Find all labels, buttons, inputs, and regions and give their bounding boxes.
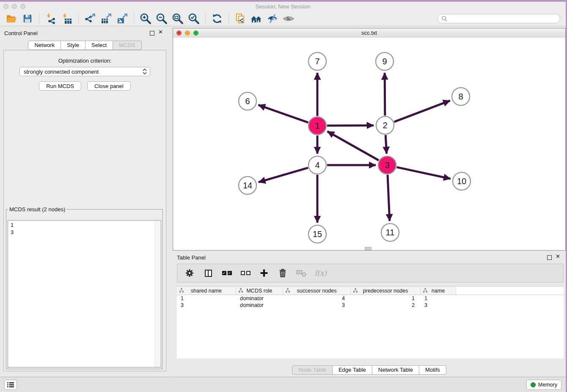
export-network-icon [85, 13, 96, 24]
close-panel-button[interactable]: Close panel [87, 81, 131, 91]
mcds-panel: Optimization criterion: strongly connect… [3, 50, 166, 371]
graph-edge-3-10[interactable] [396, 167, 450, 179]
export-image-button[interactable] [116, 12, 129, 25]
open-session-button[interactable] [5, 12, 18, 25]
zoom-out-button[interactable] [155, 12, 168, 25]
graph-edge-1-2[interactable] [327, 125, 374, 126]
graph-node-label-2: 2 [383, 121, 387, 130]
application-window: Session: New Session Control Panel ✕ [0, 0, 567, 392]
import-table-icon [61, 13, 72, 24]
mcds-result-area[interactable]: 13 [8, 220, 161, 367]
result-line: 1 [8, 221, 161, 229]
export-network-button[interactable] [83, 12, 97, 25]
graph-edge-4-14[interactable] [259, 168, 308, 182]
refresh-view-button[interactable] [210, 12, 224, 25]
network-canvas[interactable]: 7968124314101511 [173, 38, 565, 250]
import-network-button[interactable] [44, 12, 58, 25]
graph-node-label-15: 15 [313, 229, 322, 239]
hide-selected-button[interactable] [266, 12, 279, 25]
column-header-shared-name[interactable]: shared name [177, 287, 236, 295]
criterion-select[interactable]: strongly connected component [19, 67, 150, 76]
table-float-icon[interactable] [547, 255, 552, 260]
table-tab-network-table[interactable]: Network Table [372, 365, 419, 375]
table-panel: Table Panel ✕ ✓✓ f(x) shared nameMCDS ro… [173, 252, 566, 377]
table-panel-title: Table Panel [177, 254, 206, 261]
column-header-predecessor-nodes[interactable]: predecessor nodes [351, 287, 421, 295]
select-stepper-icon [142, 68, 148, 75]
graph-edge-2-3[interactable] [385, 135, 386, 154]
tab-select[interactable]: Select [85, 41, 113, 50]
table-tab-motifs[interactable]: Motifs [419, 365, 446, 375]
zoom-in-button[interactable] [139, 12, 152, 25]
column-settings-button[interactable] [183, 266, 196, 280]
graph-edge-3-11[interactable] [388, 175, 390, 221]
graph-node-label-7: 7 [315, 57, 319, 66]
column-label: MCDS role [246, 288, 272, 294]
apply-function-button[interactable]: f(x) [314, 269, 327, 277]
home-button[interactable] [250, 12, 263, 25]
status-bar: Memory [0, 377, 566, 392]
export-table-button[interactable] [99, 12, 113, 25]
graph-edge-1-6[interactable] [258, 105, 308, 122]
graph-node-label-9: 9 [382, 57, 387, 66]
zoom-fit-button[interactable] [171, 12, 184, 25]
table-cell: dominator [236, 295, 283, 302]
table-tab-node-table[interactable]: Node Table [292, 365, 333, 375]
close-panel-icon[interactable]: ✕ [158, 29, 163, 35]
graph-node-label-1: 1 [315, 121, 319, 130]
table-close-icon[interactable]: ✕ [556, 253, 560, 259]
show-hidden-button[interactable] [282, 12, 295, 25]
save-floppy-icon [22, 14, 33, 24]
graph-node-label-14: 14 [243, 181, 252, 190]
column-header-MCDS-role[interactable]: MCDS role [236, 287, 283, 295]
table-tab-edge-table[interactable]: Edge Table [333, 365, 372, 375]
delete-table-button[interactable] [295, 266, 308, 280]
clone-network-button[interactable] [234, 12, 247, 25]
zoom-out-icon [156, 13, 168, 25]
add-row-button[interactable] [257, 266, 271, 280]
trash-icon [278, 268, 288, 278]
network-scrollbar-thumb[interactable] [365, 247, 372, 250]
search-input[interactable] [449, 15, 556, 22]
control-panel-tabs: NetworkStyleSelectMCDS [0, 41, 170, 50]
select-all-icon: ✓✓ [222, 271, 232, 275]
delete-row-button[interactable] [276, 266, 289, 280]
select-all-rows-button[interactable]: ✓✓ [220, 266, 234, 280]
graph-node-label-8: 8 [458, 92, 463, 101]
result-line: 3 [8, 229, 161, 236]
run-mcds-button[interactable]: Run MCDS [39, 81, 81, 91]
task-history-button[interactable] [4, 380, 17, 390]
result-scrollbar[interactable] [155, 221, 161, 367]
graph-edge-2-9[interactable] [385, 73, 385, 116]
save-session-button[interactable] [21, 12, 34, 25]
graph-edge-3-1[interactable] [328, 131, 379, 160]
memory-button[interactable]: Memory [526, 380, 561, 390]
table-cell: 1 [421, 295, 456, 302]
control-panel-title: Control Panel [4, 30, 38, 36]
network-window-titlebar[interactable]: ✕ − + scc.txt [173, 28, 565, 38]
column-header-name[interactable]: name [421, 287, 456, 295]
table-cell: 3 [283, 302, 351, 309]
clone-network-icon [235, 13, 246, 24]
tab-style[interactable]: Style [61, 41, 85, 50]
tab-mcds[interactable]: MCDS [113, 41, 141, 50]
zoom-selected-button[interactable] [187, 12, 201, 25]
table-header-row: shared nameMCDS rolesuccessor nodesprede… [177, 287, 564, 295]
import-table-button[interactable] [60, 12, 74, 25]
search-box[interactable] [438, 14, 560, 23]
graph-edge-2-8[interactable] [394, 101, 450, 122]
tab-network[interactable]: Network [28, 41, 61, 50]
column-label: shared name [191, 288, 222, 294]
column-header-successor-nodes[interactable]: successor nodes [283, 287, 351, 295]
table-cell: 2 [351, 302, 421, 309]
deselect-all-rows-button[interactable] [239, 266, 252, 280]
column-label: successor nodes [297, 288, 337, 294]
main-toolbar [0, 11, 566, 26]
float-panel-icon[interactable] [150, 31, 154, 36]
table-row[interactable]: 3dominator323 [177, 302, 564, 309]
toggle-panes-button[interactable] [201, 266, 215, 280]
table-row[interactable]: 1dominator411 [177, 295, 564, 302]
table-tabs: Node TableEdge TableNetwork TableMotifs [173, 365, 566, 375]
optimization-criterion-label: Optimization criterion: [4, 58, 166, 64]
zoom-fit-icon [172, 13, 184, 25]
